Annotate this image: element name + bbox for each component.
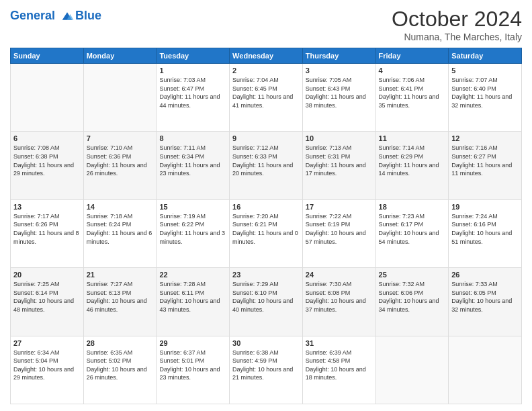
day-info: Sunrise: 7:18 AM Sunset: 6:24 PM Dayligh… <box>87 212 154 246</box>
day-info: Sunrise: 7:10 AM Sunset: 6:36 PM Dayligh… <box>87 144 154 177</box>
day-info: Sunrise: 7:25 AM Sunset: 6:14 PM Dayligh… <box>13 280 81 314</box>
day-number: 31 <box>306 339 373 347</box>
calendar-cell: 30Sunrise: 6:38 AM Sunset: 4:59 PM Dayli… <box>230 336 303 404</box>
day-number: 21 <box>87 271 154 279</box>
calendar-cell: 13Sunrise: 7:17 AM Sunset: 6:26 PM Dayli… <box>11 199 84 267</box>
day-info: Sunrise: 7:29 AM Sunset: 6:10 PM Dayligh… <box>232 280 300 314</box>
calendar-cell: 25Sunrise: 7:32 AM Sunset: 6:06 PM Dayli… <box>375 268 449 336</box>
day-info: Sunrise: 7:22 AM Sunset: 6:19 PM Dayligh… <box>306 212 373 246</box>
day-number: 16 <box>232 203 300 211</box>
day-number: 2 <box>232 66 300 75</box>
day-number: 5 <box>451 66 519 75</box>
calendar-cell: 5Sunrise: 7:07 AM Sunset: 6:40 PM Daylig… <box>449 64 522 132</box>
day-info: Sunrise: 6:39 AM Sunset: 4:58 PM Dayligh… <box>306 349 373 382</box>
day-info: Sunrise: 7:14 AM Sunset: 6:29 PM Dayligh… <box>379 144 446 177</box>
weekday-header: Tuesday <box>157 48 230 64</box>
day-number: 20 <box>13 271 81 279</box>
calendar-cell: 17Sunrise: 7:22 AM Sunset: 6:19 PM Dayli… <box>302 199 375 267</box>
day-info: Sunrise: 7:27 AM Sunset: 6:13 PM Dayligh… <box>87 280 154 314</box>
weekday-header: Monday <box>83 48 157 64</box>
day-info: Sunrise: 7:06 AM Sunset: 6:41 PM Dayligh… <box>379 76 446 109</box>
day-number: 23 <box>232 271 300 279</box>
calendar-cell: 8Sunrise: 7:11 AM Sunset: 6:34 PM Daylig… <box>157 132 230 199</box>
day-number: 13 <box>13 203 81 211</box>
day-number: 10 <box>306 134 373 142</box>
calendar-week-row: 6Sunrise: 7:08 AM Sunset: 6:38 PM Daylig… <box>11 132 522 199</box>
calendar-cell: 31Sunrise: 6:39 AM Sunset: 4:58 PM Dayli… <box>302 336 375 404</box>
calendar-cell: 27Sunrise: 6:34 AM Sunset: 5:04 PM Dayli… <box>11 336 84 404</box>
day-number: 24 <box>306 271 373 279</box>
day-number: 11 <box>379 134 446 142</box>
calendar-cell: 11Sunrise: 7:14 AM Sunset: 6:29 PM Dayli… <box>375 132 449 199</box>
calendar-cell: 15Sunrise: 7:19 AM Sunset: 6:22 PM Dayli… <box>157 199 230 267</box>
day-info: Sunrise: 7:08 AM Sunset: 6:38 PM Dayligh… <box>13 144 81 177</box>
day-number: 14 <box>87 203 154 211</box>
day-info: Sunrise: 7:28 AM Sunset: 6:11 PM Dayligh… <box>159 280 226 314</box>
day-info: Sunrise: 7:32 AM Sunset: 6:06 PM Dayligh… <box>379 280 446 314</box>
calendar-cell: 7Sunrise: 7:10 AM Sunset: 6:36 PM Daylig… <box>83 132 157 199</box>
day-info: Sunrise: 7:24 AM Sunset: 6:16 PM Dayligh… <box>451 212 519 246</box>
calendar-cell: 4Sunrise: 7:06 AM Sunset: 6:41 PM Daylig… <box>375 64 449 132</box>
calendar-week-row: 27Sunrise: 6:34 AM Sunset: 5:04 PM Dayli… <box>11 336 522 404</box>
calendar-cell <box>449 336 522 404</box>
day-info: Sunrise: 7:33 AM Sunset: 6:05 PM Dayligh… <box>451 280 519 314</box>
weekday-header: Saturday <box>449 48 522 64</box>
logo-text: General <box>10 9 75 23</box>
day-info: Sunrise: 7:30 AM Sunset: 6:08 PM Dayligh… <box>306 280 373 314</box>
day-number: 3 <box>306 66 373 75</box>
calendar-cell: 18Sunrise: 7:23 AM Sunset: 6:17 PM Dayli… <box>375 199 449 267</box>
calendar-table: SundayMondayTuesdayWednesdayThursdayFrid… <box>10 48 522 404</box>
weekday-header: Wednesday <box>230 48 303 64</box>
day-info: Sunrise: 7:19 AM Sunset: 6:22 PM Dayligh… <box>159 212 226 246</box>
day-info: Sunrise: 7:11 AM Sunset: 6:34 PM Dayligh… <box>159 144 226 177</box>
day-info: Sunrise: 7:17 AM Sunset: 6:26 PM Dayligh… <box>13 212 81 246</box>
day-number: 26 <box>451 271 519 279</box>
day-info: Sunrise: 7:16 AM Sunset: 6:27 PM Dayligh… <box>451 144 519 177</box>
calendar-cell: 6Sunrise: 7:08 AM Sunset: 6:38 PM Daylig… <box>11 132 84 199</box>
calendar-week-row: 13Sunrise: 7:17 AM Sunset: 6:26 PM Dayli… <box>11 199 522 267</box>
title-section: October 2024 Numana, The Marches, Italy <box>392 7 522 42</box>
calendar-cell: 1Sunrise: 7:03 AM Sunset: 6:47 PM Daylig… <box>157 64 230 132</box>
day-info: Sunrise: 7:03 AM Sunset: 6:47 PM Dayligh… <box>159 76 226 109</box>
day-number: 17 <box>306 203 373 211</box>
day-number: 15 <box>159 203 226 211</box>
day-info: Sunrise: 7:04 AM Sunset: 6:45 PM Dayligh… <box>232 76 300 109</box>
weekday-header: Thursday <box>302 48 375 64</box>
logo: General Blue <box>10 9 101 23</box>
day-number: 12 <box>451 134 519 142</box>
calendar-cell: 24Sunrise: 7:30 AM Sunset: 6:08 PM Dayli… <box>302 268 375 336</box>
calendar-week-row: 20Sunrise: 7:25 AM Sunset: 6:14 PM Dayli… <box>11 268 522 336</box>
day-info: Sunrise: 7:12 AM Sunset: 6:33 PM Dayligh… <box>232 144 300 177</box>
calendar-cell: 29Sunrise: 6:37 AM Sunset: 5:01 PM Dayli… <box>157 336 230 404</box>
day-info: Sunrise: 7:07 AM Sunset: 6:40 PM Dayligh… <box>451 76 519 109</box>
month-year: October 2024 <box>392 7 522 32</box>
calendar-cell: 12Sunrise: 7:16 AM Sunset: 6:27 PM Dayli… <box>449 132 522 199</box>
day-info: Sunrise: 6:37 AM Sunset: 5:01 PM Dayligh… <box>159 349 226 382</box>
calendar-cell: 10Sunrise: 7:13 AM Sunset: 6:31 PM Dayli… <box>302 132 375 199</box>
day-number: 29 <box>159 339 226 347</box>
calendar-cell: 16Sunrise: 7:20 AM Sunset: 6:21 PM Dayli… <box>230 199 303 267</box>
calendar-cell: 9Sunrise: 7:12 AM Sunset: 6:33 PM Daylig… <box>230 132 303 199</box>
calendar-week-row: 1Sunrise: 7:03 AM Sunset: 6:47 PM Daylig… <box>11 64 522 132</box>
calendar-cell <box>11 64 84 132</box>
day-number: 19 <box>451 203 519 211</box>
logo-text2: Blue <box>75 9 101 23</box>
calendar-cell: 2Sunrise: 7:04 AM Sunset: 6:45 PM Daylig… <box>230 64 303 132</box>
day-number: 22 <box>159 271 226 279</box>
location: Numana, The Marches, Italy <box>392 32 522 42</box>
day-number: 25 <box>379 271 446 279</box>
page: General Blue October 2024 Numana, The Ma… <box>0 0 532 411</box>
day-number: 9 <box>232 134 300 142</box>
day-info: Sunrise: 7:05 AM Sunset: 6:43 PM Dayligh… <box>306 76 373 109</box>
day-info: Sunrise: 6:34 AM Sunset: 5:04 PM Dayligh… <box>13 349 81 382</box>
day-number: 30 <box>232 339 300 347</box>
calendar-cell: 21Sunrise: 7:27 AM Sunset: 6:13 PM Dayli… <box>83 268 157 336</box>
calendar-cell: 22Sunrise: 7:28 AM Sunset: 6:11 PM Dayli… <box>157 268 230 336</box>
calendar-cell: 26Sunrise: 7:33 AM Sunset: 6:05 PM Dayli… <box>449 268 522 336</box>
calendar-cell: 19Sunrise: 7:24 AM Sunset: 6:16 PM Dayli… <box>449 199 522 267</box>
header-row: SundayMondayTuesdayWednesdayThursdayFrid… <box>11 48 522 64</box>
calendar-header: SundayMondayTuesdayWednesdayThursdayFrid… <box>11 48 522 64</box>
day-number: 18 <box>379 203 446 211</box>
day-info: Sunrise: 6:35 AM Sunset: 5:02 PM Dayligh… <box>87 349 154 382</box>
day-info: Sunrise: 6:38 AM Sunset: 4:59 PM Dayligh… <box>232 349 300 382</box>
